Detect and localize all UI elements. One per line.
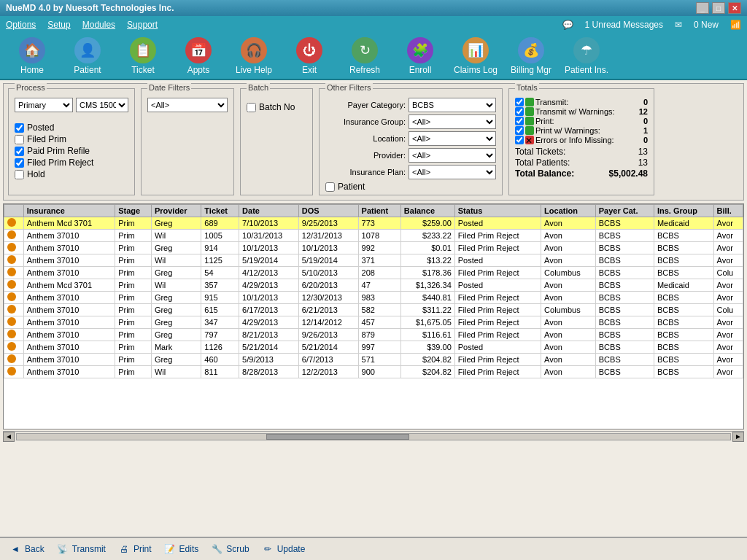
col-ins-group[interactable]: Ins. Group [654,205,713,217]
errors-checkbox[interactable] [515,136,524,144]
mail-icon: ✉ [675,20,682,30]
row-ticket: 797 [201,329,239,341]
maximize-button[interactable]: □ [712,2,725,14]
scroll-thumb[interactable] [266,434,409,440]
menubar-notifications: 💬 1 Unread Messages ✉ 0 New 📶 [562,20,741,30]
new-count[interactable]: 0 New [694,20,719,30]
table-row[interactable]: Anthem 37010PrimGreg7978/21/20139/26/201… [4,329,743,341]
row-balance: $259.00 [400,217,454,230]
col-location[interactable]: Location [541,205,596,217]
table-row[interactable]: Anthem 37010PrimWil100510/31/201312/31/2… [4,230,743,242]
hold-checkbox[interactable] [15,170,24,179]
batch-no-checkbox[interactable] [247,103,256,112]
billingmgr-button[interactable]: 💰 Billing Mgr [505,36,557,77]
col-payer-cat[interactable]: Payer Cat. [595,205,654,217]
menu-options[interactable]: Options [6,20,36,30]
table-row[interactable]: Anthem 37010PrimGreg3474/29/201312/14/20… [4,316,743,329]
row-icon [4,316,24,329]
table-row[interactable]: Anthem Mcd 3701PrimGreg6897/10/20139/25/… [4,217,743,230]
form-select[interactable]: CMS 1500 [76,98,128,112]
col-balance[interactable]: Balance [400,205,454,217]
exit-button[interactable]: ⏻ Exit [283,36,336,77]
col-date[interactable]: Date [239,205,299,217]
row-icon [4,230,24,242]
insurance-plan-select[interactable]: <All> [409,165,496,179]
table-row[interactable]: Anthem 37010PrimWil11255/19/20145/19/201… [4,254,743,267]
edits-button[interactable]: 📝 Edits [163,544,199,554]
table-row[interactable]: Anthem Mcd 3701PrimWil3574/29/20136/20/2… [4,279,743,292]
menu-setup[interactable]: Setup [47,20,70,30]
col-insurance[interactable]: Insurance [23,205,115,217]
table-row[interactable]: Anthem 37010PrimGreg4605/9/20136/7/20135… [4,354,743,366]
table-row[interactable]: Anthem 37010PrimGreg91410/1/201310/1/201… [4,242,743,254]
transmit-button[interactable]: 📡 Transmit [56,544,106,554]
table-row[interactable]: Anthem 37010PrimGreg6156/17/20136/21/201… [4,304,743,316]
transmit-checkbox[interactable] [515,98,524,106]
row-dos: 6/20/2013 [298,279,358,292]
scroll-track[interactable] [16,433,731,440]
table-row[interactable]: Anthem 37010PrimGreg91510/1/201312/30/20… [4,292,743,304]
row-insurance: Anthem 37010 [23,292,115,304]
totals-content: Transmit: 0 Transmit w/ Warnings: 12 Pri… [515,92,648,179]
row-bill: Avor [713,230,743,242]
table-row[interactable]: Anthem 37010PrimWil8118/28/201312/2/2013… [4,366,743,378]
cb-filed-prim: Filed Prim [15,134,128,144]
transmit-warn-checkbox[interactable] [515,107,524,116]
refresh-button[interactable]: ↻ Refresh [338,36,391,77]
home-button[interactable]: 🏠 Home [6,36,58,77]
col-stage[interactable]: Stage [115,205,152,217]
row-date: 10/1/2013 [239,292,299,304]
filed-prim-reject-checkbox[interactable] [15,158,24,168]
provider-select[interactable]: <All> [409,148,496,163]
col-dos[interactable]: DOS [298,205,358,217]
row-location: Avon [541,254,596,267]
back-label: Back [25,544,44,554]
location-label: Location: [325,134,406,143]
menu-modules[interactable]: Modules [82,20,115,30]
print-checkbox[interactable] [515,117,524,125]
row-stage: Prim [115,254,152,267]
insurance-group-select[interactable]: <All> [409,114,496,129]
location-select[interactable]: <All> [409,131,496,146]
row-patient: 773 [358,217,400,230]
scrub-button[interactable]: 🔧 Scrub [210,544,249,554]
row-balance: $39.00 [400,341,454,354]
back-button[interactable]: ◄ Back [9,544,44,554]
paid-prim-refile-checkbox[interactable] [15,147,24,156]
row-provider: Mark [151,341,201,354]
patient-button[interactable]: 👤 Patient [61,36,114,77]
scroll-left-arrow[interactable]: ◄ [3,432,15,442]
scrub-label: Scrub [226,544,249,554]
col-ticket[interactable]: Ticket [201,205,239,217]
process-select[interactable]: Primary [15,98,73,112]
enroll-button[interactable]: 🧩 Enroll [394,36,446,77]
payer-category-select[interactable]: BCBS<All> [409,98,496,112]
scroll-right-arrow[interactable]: ► [732,432,744,442]
menu-support[interactable]: Support [127,20,158,30]
print-warn-checkbox[interactable] [515,126,524,135]
horizontal-scrollbar[interactable]: ◄ ► [3,431,744,441]
claims-table-container[interactable]: Insurance Stage Provider Ticket Date DOS… [3,203,744,429]
update-button[interactable]: ✏ Update [261,544,306,554]
claimslog-button[interactable]: 📊 Claims Log [449,36,502,77]
appts-button[interactable]: 📅 Appts [172,36,225,77]
col-provider[interactable]: Provider [151,205,201,217]
col-status[interactable]: Status [454,205,541,217]
table-row[interactable]: Anthem 37010PrimMark11265/21/20145/21/20… [4,341,743,354]
print-button[interactable]: 🖨 Print [117,544,152,554]
row-insurance: Anthem 37010 [23,242,115,254]
col-bill[interactable]: Bill. [713,205,743,217]
ticket-label: Ticket [131,65,155,75]
unread-messages[interactable]: 1 Unread Messages [585,20,663,30]
date-filter-select[interactable]: <All> [147,98,228,112]
ticket-button[interactable]: 📋 Ticket [117,36,169,77]
patientins-button[interactable]: ☂ Patient Ins. [560,36,613,77]
livehelp-button[interactable]: 🎧 Live Help [228,36,280,77]
table-row[interactable]: Anthem 37010PrimGreg544/12/20135/10/2013… [4,267,743,279]
patient-checkbox[interactable] [325,182,335,192]
posted-checkbox[interactable] [15,123,24,133]
minimize-button[interactable]: _ [696,2,709,14]
close-button[interactable]: ✕ [728,2,741,14]
col-patient[interactable]: Patient [358,205,400,217]
filed-prim-checkbox[interactable] [15,135,24,144]
